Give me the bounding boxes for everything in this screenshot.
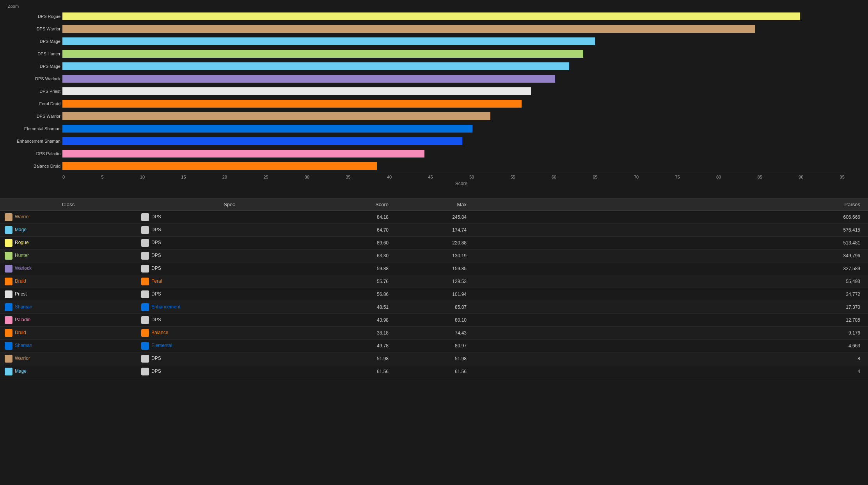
- class-icon: [5, 265, 12, 273]
- spec-name: Enhancement: [151, 304, 180, 310]
- class-icon: [5, 239, 12, 247]
- spec-name: DPS: [151, 227, 161, 232]
- col-spec: Spec: [137, 198, 322, 211]
- score-cell: 48.51: [322, 301, 396, 314]
- parses-cell: 327,589: [474, 262, 868, 275]
- parses-cell: 9,176: [474, 327, 868, 340]
- max-cell: 130.19: [396, 250, 474, 262]
- class-icon: [5, 316, 12, 324]
- x-tick: 0: [62, 175, 65, 179]
- spec-cell: DPS: [137, 262, 322, 275]
- bar-row: DPS Warrior: [62, 110, 845, 122]
- table-row[interactable]: DruidFeral55.76129.5355,493: [0, 275, 868, 288]
- bar-fill: [62, 150, 424, 158]
- score-cell: 63.30: [322, 250, 396, 262]
- bar-row: Balance Druid: [62, 160, 845, 172]
- spec-name: DPS: [151, 240, 161, 245]
- class-name: Warrior: [15, 356, 30, 361]
- table-row[interactable]: WarlockDPS59.88159.85327,589: [0, 262, 868, 275]
- x-tick: 15: [181, 175, 186, 179]
- bar-row: Enhancement Shaman: [62, 135, 845, 147]
- max-cell: 220.88: [396, 237, 474, 250]
- spec-icon: [141, 239, 149, 247]
- x-axis: 05101520253035404550556065707580859095: [62, 173, 845, 179]
- class-cell: Shaman: [0, 340, 137, 352]
- class-cell: Warrior: [0, 352, 137, 365]
- class-icon: [5, 213, 12, 221]
- class-icon: [5, 355, 12, 363]
- spec-icon: [141, 252, 149, 260]
- class-cell: Paladin: [0, 314, 137, 327]
- score-cell: 55.76: [322, 275, 396, 288]
- spec-cell: Elemental: [137, 340, 322, 352]
- spec-name: DPS: [151, 291, 161, 297]
- spec-icon: [141, 368, 149, 375]
- max-cell: 129.53: [396, 275, 474, 288]
- spec-cell: DPS: [137, 314, 322, 327]
- class-name: Shaman: [15, 304, 32, 310]
- bar-track: [62, 37, 845, 45]
- spec-name: Feral: [151, 278, 162, 284]
- score-cell: 59.88: [322, 262, 396, 275]
- bar-label: Elemental Shaman: [6, 126, 60, 131]
- table-row[interactable]: MageDPS61.5661.564: [0, 365, 868, 378]
- table-body: WarriorDPS84.18245.84606,666MageDPS64.70…: [0, 211, 868, 378]
- x-tick: 80: [716, 175, 721, 179]
- table-row[interactable]: ShamanElemental49.7880.974,663: [0, 340, 868, 352]
- table-row[interactable]: PaladinDPS43.9880.1012,785: [0, 314, 868, 327]
- x-tick: 95: [840, 175, 845, 179]
- table-row[interactable]: ShamanEnhancement48.5185.8717,370: [0, 301, 868, 314]
- x-tick: 50: [469, 175, 474, 179]
- col-parses: Parses: [474, 198, 868, 211]
- bar-row: DPS Warlock: [62, 73, 845, 85]
- spec-name: DPS: [151, 356, 161, 361]
- x-tick: 20: [222, 175, 227, 179]
- table-row[interactable]: DruidBalance38.1874.439,176: [0, 327, 868, 340]
- x-tick: 85: [758, 175, 762, 179]
- table-row[interactable]: WarriorDPS84.18245.84606,666: [0, 211, 868, 224]
- score-cell: 51.98: [322, 352, 396, 365]
- class-name: Priest: [15, 291, 27, 297]
- spec-cell: DPS: [137, 211, 322, 224]
- spec-cell: DPS: [137, 352, 322, 365]
- x-tick: 75: [675, 175, 680, 179]
- class-cell: Mage: [0, 224, 137, 237]
- bar-label: DPS Priest: [6, 89, 60, 94]
- table-row[interactable]: HunterDPS63.30130.19349,796: [0, 250, 868, 262]
- x-axis-label: Score: [62, 181, 860, 186]
- bar-fill: [62, 100, 522, 108]
- spec-cell: DPS: [137, 250, 322, 262]
- parses-cell: 4,663: [474, 340, 868, 352]
- bar-track: [62, 50, 845, 58]
- table-row[interactable]: PriestDPS56.86101.9434,772: [0, 288, 868, 301]
- table-row[interactable]: RogueDPS89.60220.88513,481: [0, 237, 868, 250]
- bar-row: DPS Rogue: [62, 11, 845, 22]
- score-cell: 38.18: [322, 327, 396, 340]
- bar-fill: [62, 50, 583, 58]
- bar-track: [62, 87, 845, 95]
- bar-track: [62, 62, 845, 70]
- bar-label: DPS Hunter: [6, 51, 60, 56]
- table-row[interactable]: MageDPS64.70174.74576,415: [0, 224, 868, 237]
- bar-fill: [62, 125, 472, 133]
- spec-icon: [141, 316, 149, 324]
- score-cell: 89.60: [322, 237, 396, 250]
- class-name: Rogue: [15, 240, 28, 245]
- x-tick: 5: [101, 175, 103, 179]
- spec-name: DPS: [151, 317, 161, 322]
- bar-label: DPS Paladin: [6, 151, 60, 156]
- class-cell: Hunter: [0, 250, 137, 262]
- bar-track: [62, 162, 845, 170]
- score-cell: 43.98: [322, 314, 396, 327]
- parses-cell: 34,772: [474, 288, 868, 301]
- parses-cell: 17,370: [474, 301, 868, 314]
- bar-track: [62, 100, 845, 108]
- col-score: Score: [322, 198, 396, 211]
- parses-cell: 606,666: [474, 211, 868, 224]
- bar-track: [62, 12, 845, 20]
- chart-area: DPS RogueDPS WarriorDPS MageDPS HunterDP…: [8, 11, 860, 173]
- bar-fill: [62, 137, 462, 145]
- spec-cell: DPS: [137, 288, 322, 301]
- score-cell: 64.70: [322, 224, 396, 237]
- table-row[interactable]: WarriorDPS51.9851.988: [0, 352, 868, 365]
